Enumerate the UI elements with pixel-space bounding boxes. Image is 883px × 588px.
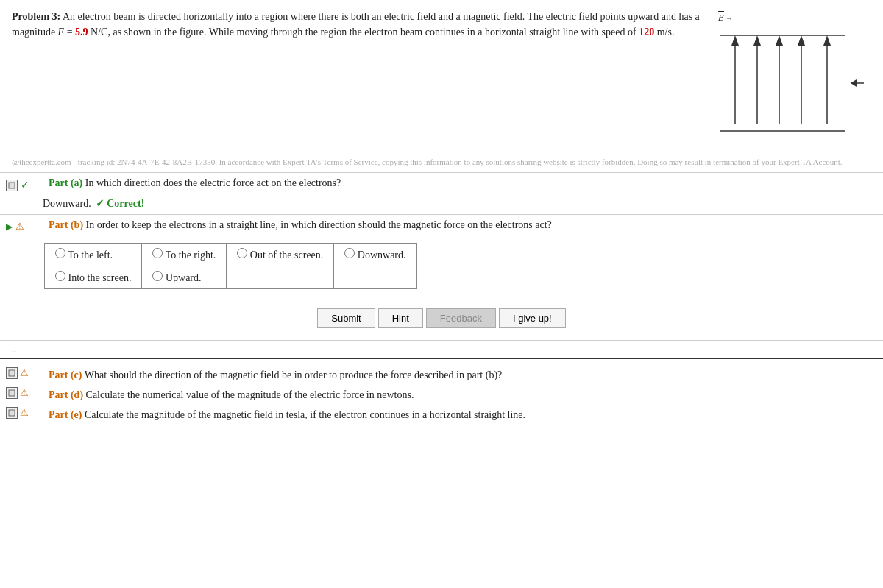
option-upward: Upward. (166, 272, 202, 283)
warning-d-icon: ⚠ (20, 387, 29, 399)
checkbox-c-icon (8, 369, 15, 377)
option-downward: Downward. (358, 249, 406, 261)
part-b-icons: ▶ ⚠ (6, 221, 43, 233)
e-value: 5.9 (75, 26, 88, 38)
svg-marker-11 (823, 35, 831, 46)
correct-label: ✓ Correct! (96, 197, 145, 210)
problem-text: Problem 3: An electron beam is directed … (12, 9, 702, 145)
part-a-checkbox (6, 180, 18, 191)
main-container: Problem 3: An electron beam is directed … (0, 0, 883, 428)
svg-marker-7 (776, 35, 783, 46)
part-b-question: In order to keep the electrons in a stra… (86, 219, 552, 230)
svg-rect-15 (9, 183, 15, 188)
radio-cell-empty2 (334, 266, 416, 289)
checkbox-icon (8, 182, 15, 189)
radio-cell-out: Out of the screen. (227, 244, 334, 266)
tracking-info: @theexpertta.com - tracking id: 2N74-4A-… (0, 151, 883, 173)
submit-button[interactable]: Submit (317, 308, 375, 328)
svg-marker-3 (731, 35, 739, 46)
checkbox-d-icon (8, 389, 15, 397)
part-d-label: Part (d) (49, 389, 83, 400)
svg-marker-5 (753, 35, 761, 46)
part-c-question: What should the direction of the magneti… (85, 369, 503, 380)
part-a-content: Part (a) In which direction does the ele… (49, 177, 877, 189)
problem-statement: An electron beam is directed horizontall… (12, 11, 700, 38)
part-e-text: Part (e) Calculate the magnitude of the … (49, 407, 877, 422)
warning-e-icon: ⚠ (20, 407, 29, 419)
play-icon: ▶ (6, 222, 13, 233)
part-e-checkbox (6, 407, 18, 419)
part-a-answer-row: Downward. ✓ Correct! (0, 196, 883, 214)
radio-cell-right: To the right. (142, 244, 227, 266)
part-b-header: ▶ ⚠ Part (b) In order to keep the electr… (0, 215, 883, 237)
radio-row-1: To the left. To the right. Out of the sc… (45, 244, 417, 266)
figure-wrapper: E → (717, 12, 864, 145)
part-c-icons: ⚠ (6, 367, 43, 379)
part-a-label: Part (a) (49, 177, 82, 188)
part-a-question: In which direction does the electric for… (85, 177, 341, 188)
part-a-icons: ✓ (6, 179, 43, 191)
checkmark-icon: ✓ (21, 179, 29, 191)
radio-cell-into: Into the screen. (45, 266, 142, 289)
svg-marker-9 (798, 35, 805, 46)
radio-row-2: Into the screen. Upward. (45, 266, 417, 289)
option-out-screen: Out of the screen. (250, 249, 324, 261)
part-a-header: ✓ Part (a) In which direction does the e… (0, 173, 883, 196)
dots-text: .. (12, 344, 16, 354)
svg-marker-13 (851, 79, 857, 87)
part-c-text: Part (c) What should the direction of th… (49, 367, 877, 383)
option-to-right: To the right. (166, 249, 216, 261)
bottom-section: ⚠ Part (c) What should the direction of … (0, 359, 883, 428)
part-b-section: ▶ ⚠ Part (b) In order to keep the electr… (0, 215, 883, 341)
part-d-text: Part (d) Calculate the numerical value o… (49, 387, 877, 403)
radio-out-screen[interactable] (237, 248, 247, 258)
radio-to-right[interactable] (152, 248, 163, 258)
radio-into-screen[interactable] (55, 271, 65, 281)
part-c-checkbox (6, 367, 18, 379)
part-d-icons: ⚠ (6, 387, 43, 399)
part-c-label: Part (c) (49, 369, 82, 380)
part-d-checkbox (6, 387, 18, 399)
part-e-icons: ⚠ (6, 407, 43, 419)
radio-upward[interactable] (152, 271, 163, 281)
part-e-row: ⚠ Part (e) Calculate the magnitude of th… (6, 405, 877, 425)
dots-section: .. (0, 341, 883, 358)
part-d-question: Calculate the numerical value of the mag… (86, 389, 414, 400)
radio-cell-upward: Upward. (142, 266, 227, 289)
radio-table: To the left. To the right. Out of the sc… (44, 243, 417, 289)
radio-to-left[interactable] (55, 248, 65, 258)
radio-options-container: To the left. To the right. Out of the sc… (44, 243, 883, 289)
problem-figure: E → (709, 9, 871, 145)
radio-cell-downward: Downward. (334, 244, 416, 266)
part-b-label: Part (b) (49, 219, 83, 230)
radio-downward[interactable] (344, 248, 355, 258)
e-field-label: E → (718, 12, 733, 24)
option-to-left: To the left. (68, 249, 113, 261)
option-into-screen: Into the screen. (68, 272, 132, 283)
warning-icon: ⚠ (15, 221, 24, 233)
problem-number: Problem 3: (12, 11, 60, 22)
part-c-row: ⚠ Part (c) What should the direction of … (6, 365, 877, 385)
hint-button[interactable]: Hint (378, 308, 423, 328)
radio-cell-empty1 (227, 266, 334, 289)
part-e-question: Calculate the magnitude of the magnetic … (85, 409, 525, 420)
problem-section: Problem 3: An electron beam is directed … (0, 0, 883, 151)
field-figure-svg (717, 28, 864, 142)
svg-rect-16 (9, 370, 15, 376)
radio-cell-left: To the left. (45, 244, 142, 266)
svg-rect-17 (9, 390, 15, 396)
checkbox-e-icon (8, 409, 15, 417)
feedback-button[interactable]: Feedback (426, 308, 496, 328)
give-up-button[interactable]: I give up! (499, 308, 566, 328)
part-b-content: Part (b) In order to keep the electrons … (49, 219, 877, 231)
warning-c-icon: ⚠ (20, 367, 29, 379)
buttons-row: Submit Hint Feedback I give up! (0, 295, 883, 340)
v-value: 120 (639, 26, 654, 38)
part-d-row: ⚠ Part (d) Calculate the numerical value… (6, 385, 877, 405)
part-a-section: ✓ Part (a) In which direction does the e… (0, 173, 883, 215)
part-a-answer: Downward. (43, 198, 91, 210)
tracking-text: @theexpertta.com - tracking id: 2N74-4A-… (12, 157, 843, 166)
svg-rect-18 (9, 410, 15, 416)
part-e-label: Part (e) (49, 409, 82, 420)
